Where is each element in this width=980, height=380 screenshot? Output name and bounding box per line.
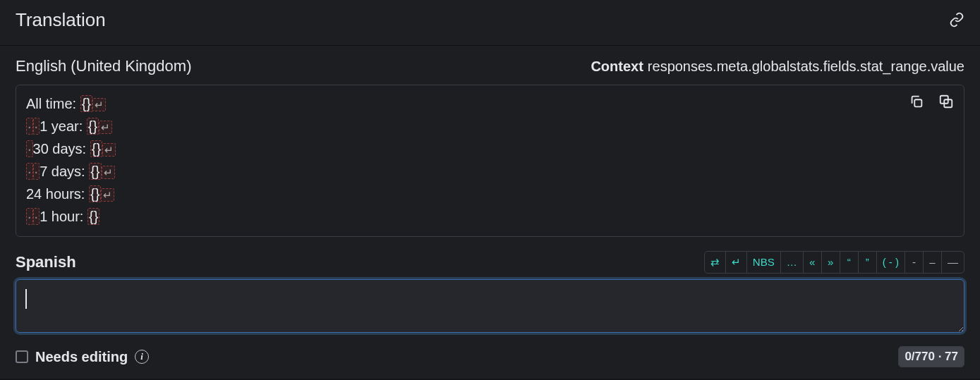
newline-marker: ↵ xyxy=(101,188,114,202)
editor-toolbar: ⇄↵NBS…«»“”( - )-–— xyxy=(704,251,964,274)
toolbar-insert-endash[interactable]: – xyxy=(924,252,942,273)
whitespace-marker: · xyxy=(26,208,33,225)
card-header: Translation xyxy=(0,0,980,46)
source-line: ··1 hour: {} xyxy=(26,205,955,228)
card-body: English (United Kingdom) Contextresponse… xyxy=(0,46,980,379)
source-line-text: 24 hours: xyxy=(26,186,89,202)
copy-source-button[interactable] xyxy=(906,91,927,112)
whitespace-marker: · xyxy=(26,140,33,157)
source-line-text: 7 days: xyxy=(40,164,89,179)
context-value: responses.meta.globalstats.fields.stat_r… xyxy=(648,59,964,74)
placeholder-token: {} xyxy=(89,185,101,202)
whitespace-marker: · xyxy=(33,118,40,135)
needs-editing-toggle[interactable]: Needs editing i xyxy=(16,347,149,367)
source-header-row: English (United Kingdom) Contextresponse… xyxy=(16,56,964,78)
whitespace-marker: · xyxy=(26,163,33,180)
source-text-box: All time: {}↵··1 year: {}↵·30 days: {}↵·… xyxy=(16,85,964,237)
source-language-label: English (United Kingdom) xyxy=(16,56,191,78)
placeholder-token: {} xyxy=(90,140,102,157)
source-line-text: 1 year: xyxy=(40,118,87,134)
source-line-text: All time: xyxy=(26,96,80,111)
translation-input[interactable] xyxy=(16,279,964,333)
whitespace-marker: · xyxy=(26,118,33,135)
source-line: ··1 year: {}↵ xyxy=(26,115,955,137)
below-row: Needs editing i 0/770 · 77 xyxy=(16,346,964,367)
toolbar-insert-emdash[interactable]: — xyxy=(942,252,964,273)
context-label: Context xyxy=(591,59,643,74)
whitespace-marker: · xyxy=(33,163,40,180)
source-lines: All time: {}↵··1 year: {}↵·30 days: {}↵·… xyxy=(26,92,955,228)
source-actions xyxy=(906,91,957,112)
newline-marker: ↵ xyxy=(99,121,112,134)
toolbar-insert-newline[interactable]: ↵ xyxy=(726,252,747,273)
target-header-row: Spanish ⇄↵NBS…«»“”( - )-–— xyxy=(16,251,964,274)
placeholder-token: {} xyxy=(89,163,101,180)
newline-marker: ↵ xyxy=(92,98,106,111)
placeholder-token: {} xyxy=(87,208,99,225)
target-language-label: Spanish xyxy=(16,252,76,274)
placeholder-token: {} xyxy=(87,118,99,135)
toolbar-insert-parens[interactable]: ( - ) xyxy=(877,252,905,273)
placeholder-token: {} xyxy=(80,95,92,112)
translation-input-wrap xyxy=(16,279,964,338)
toolbar-insert-ellipsis[interactable]: … xyxy=(781,252,804,273)
context: Contextresponses.meta.globalstats.fields… xyxy=(591,56,964,76)
needs-editing-checkbox[interactable] xyxy=(16,350,28,363)
source-line-text: 1 hour: xyxy=(40,209,87,224)
toolbar-insert-ldquo[interactable]: “ xyxy=(840,252,859,273)
source-line-text: 30 days: xyxy=(33,141,90,157)
clone-source-button[interactable] xyxy=(936,91,957,112)
source-line: ·30 days: {}↵ xyxy=(26,137,955,160)
translation-card: Translation English (United Kingdom) Con… xyxy=(0,0,980,379)
toolbar-toggle-direction[interactable]: ⇄ xyxy=(705,252,726,273)
toolbar-insert-hyphen[interactable]: - xyxy=(905,252,924,273)
character-counter: 0/770 · 77 xyxy=(898,346,964,367)
permalink-icon[interactable] xyxy=(949,12,964,27)
source-line: All time: {}↵ xyxy=(26,92,955,115)
toolbar-insert-laquo[interactable]: « xyxy=(804,252,822,273)
toolbar-insert-raquo[interactable]: » xyxy=(822,252,840,273)
source-line: 24 hours: {}↵ xyxy=(26,183,955,205)
card-title: Translation xyxy=(16,7,106,32)
text-caret xyxy=(25,289,27,309)
whitespace-marker: · xyxy=(33,208,40,225)
svg-rect-0 xyxy=(914,99,921,106)
toolbar-insert-nbs[interactable]: NBS xyxy=(747,252,781,273)
info-icon[interactable]: i xyxy=(135,350,149,364)
needs-editing-label: Needs editing xyxy=(35,347,128,367)
newline-marker: ↵ xyxy=(102,166,115,179)
newline-marker: ↵ xyxy=(102,143,116,157)
toolbar-insert-rdquo[interactable]: ” xyxy=(859,252,877,273)
source-line: ··7 days: {}↵ xyxy=(26,160,955,183)
